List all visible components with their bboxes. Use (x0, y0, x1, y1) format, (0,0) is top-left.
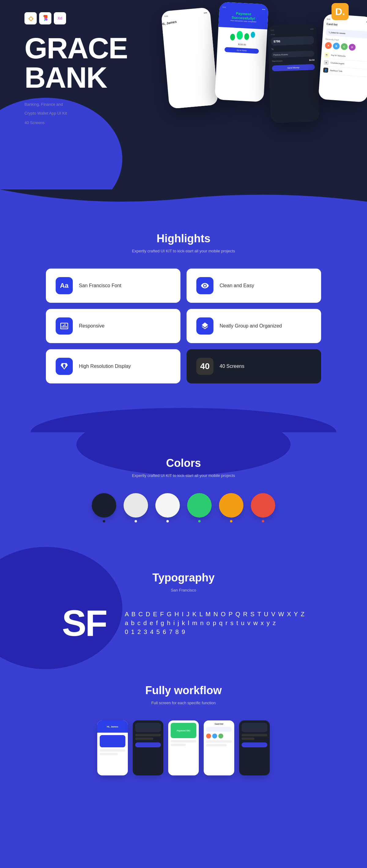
resolution-label: High Resolution Display (79, 364, 131, 369)
colors-section: Colors Expertly crafted UI KIT to kick-s… (0, 432, 367, 547)
font-icon-box: Aa (56, 277, 73, 294)
typography-content: SF A B C D E F G H I J K L M N O P Q R S… (31, 604, 336, 641)
transaction-amount: $150.00 (221, 42, 263, 46)
color-swatch-white (156, 493, 180, 518)
sketch-badge: ◇ (25, 12, 37, 25)
maddison-icon: 👤 (323, 67, 329, 73)
screens-number: 40 (200, 362, 209, 371)
diamond-icon-box (56, 358, 73, 375)
font-label: San Francisco Font (79, 283, 121, 288)
color-dot-white (166, 520, 169, 522)
typography-section: Typography San Francisco SF A B C D E F … (0, 547, 367, 666)
color-swatch-dark (92, 493, 116, 518)
wave-svg (0, 189, 367, 208)
xd-badge: Xd (54, 12, 66, 25)
amount-field[interactable]: $786 (271, 36, 314, 46)
tool-badges: ◇ Xd (25, 12, 129, 25)
eye-icon-box (196, 277, 214, 294)
hero-content: ◇ Xd GRACE BANK Banking, Finance and Cry… (25, 12, 129, 125)
workflow-section: Fully workflow Full screen for each spec… (0, 666, 367, 788)
color-dot-red (262, 520, 264, 522)
send-btn[interactable]: Send Money (272, 64, 315, 71)
payment-success-header: 9:41●●● PaymentSuccessfully! Your transa… (218, 2, 269, 29)
lowercase-chars: a b c d e f g h i j k l m n o p q r s t … (125, 620, 305, 627)
highlights-subtitle: Expertly crafted UI KIT to kick-start al… (31, 249, 336, 253)
xd-text: Xd (57, 16, 62, 21)
sketch-icon: ◇ (28, 15, 33, 22)
d-badge: D. (332, 3, 349, 20)
clean-label: Clean and Easy (220, 283, 254, 288)
screens-label: 40 Screens (220, 364, 244, 369)
highlights-title: Highlights (31, 232, 336, 245)
charlotte-icon: ♦ (323, 60, 329, 65)
workflow-title: Fully workflow (31, 684, 336, 697)
highlight-card-responsive: Responsive (46, 309, 180, 343)
layers-icon-box (196, 317, 214, 335)
workflow-phone-4: Card list (204, 720, 234, 775)
responsive-label: Responsive (79, 323, 105, 329)
swatch-yellow (219, 493, 244, 522)
typography-title: Typography (31, 571, 336, 584)
workflow-phone-5 (239, 720, 270, 775)
eye-icon (201, 281, 209, 290)
layers-icon (201, 322, 209, 330)
highlights-grid: Aa San Francisco Font Clean and Easy Res… (46, 269, 321, 383)
hero-title: GRACE BANK (25, 34, 129, 92)
sf-large-letters: SF (62, 604, 107, 641)
search-bar[interactable]: 🔍 Select for remove (326, 28, 367, 38)
swatch-white (156, 493, 180, 522)
hero-screens: 40 Screens (25, 120, 129, 125)
phone-mockup-cardlist: 9:41 ●●● Card list 🔍 Select for remove R… (318, 14, 367, 102)
colors-subtitle: Expertly crafted UI KIT to kick-start al… (31, 473, 336, 478)
swatch-red (251, 493, 275, 522)
phone-home-screen: 9:41 ●●● Hi, James Total Balance $320,48… (161, 7, 218, 109)
hero-section: ◇ Xd GRACE BANK Banking, Finance and Cry… (0, 0, 367, 189)
highlight-card-resolution: High Resolution Display (46, 349, 180, 383)
color-swatch-light-gray (123, 493, 148, 518)
avatar-2: B (333, 42, 340, 50)
font-characters: A B C D E F G H I J K L M N O P Q R S T … (125, 611, 305, 636)
from-label: From (271, 32, 313, 36)
total-row: Total Amount $4.50 (272, 59, 314, 63)
swatch-green (187, 493, 211, 522)
recipient-field[interactable]: Patricia Alvarez (272, 51, 315, 58)
font-name: San Francisco (31, 588, 336, 592)
workflow-phone-2 (133, 720, 163, 775)
figma-badge (39, 12, 51, 25)
phone-payment-screen: 9:41●●● PaymentSuccessfully! Your transa… (215, 2, 269, 102)
starbucks-icon: ☕ (324, 52, 329, 57)
celebration-balloons (221, 30, 264, 42)
responsive-icon (60, 322, 68, 330)
number-chars: 0 1 2 3 4 5 6 7 8 9 (125, 628, 305, 636)
screens-number-box: 40 (196, 358, 214, 375)
color-swatch-yellow (219, 493, 244, 518)
uppercase-chars: A B C D E F G H I J K L M N O P Q R S T … (125, 611, 305, 618)
phone-mockup-transfer: 9:41●●● From $786 To Patricia Alvarez To… (267, 24, 319, 123)
highlight-card-screens: 40 40 Screens (187, 349, 321, 383)
color-swatch-green (187, 493, 211, 518)
colors-row (31, 493, 336, 522)
phone-mockup-payment: 9:41●●● PaymentSuccessfully! Your transa… (215, 2, 269, 102)
card-list-title: Card list (326, 22, 367, 28)
diamond-icon (60, 362, 68, 371)
workflow-subtitle: Full screen for each specific function (31, 701, 336, 705)
swatch-dark (92, 493, 116, 522)
color-dot-green (198, 520, 201, 522)
bottom-padding (0, 788, 367, 800)
color-dot-light-gray (135, 520, 137, 522)
figma-icon (43, 15, 48, 22)
avatar-1: A (325, 42, 332, 49)
phone-mockups-container: 9:41 ●●● Hi, James Total Balance $320,48… (147, 0, 367, 189)
wave-top (0, 189, 367, 208)
swatch-light-gray (123, 493, 148, 522)
color-dot-yellow (230, 520, 232, 522)
phone-transfer-screen: 9:41●●● From $786 To Patricia Alvarez To… (267, 24, 319, 123)
to-label: To (271, 47, 314, 51)
color-swatch-red (251, 493, 275, 518)
highlight-card-clean: Clean and Easy (187, 269, 321, 303)
aa-text: Aa (60, 282, 68, 290)
responsive-icon-box (56, 317, 73, 335)
workflow-phone-3: Payment OK! (168, 720, 199, 775)
workflow-phones-row: Hi, James Payment OK! (31, 720, 336, 775)
go-home-btn[interactable]: Go to Home (224, 47, 259, 54)
